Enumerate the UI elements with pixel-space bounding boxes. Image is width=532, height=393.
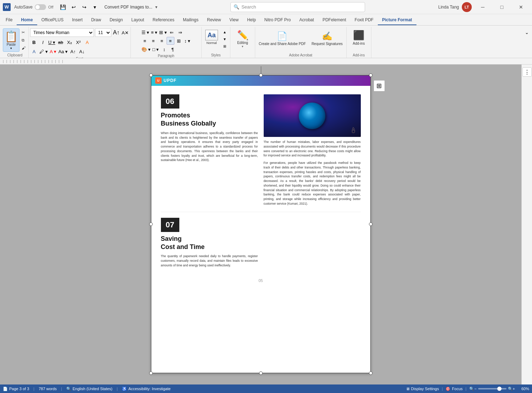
handle-tl[interactable] [149, 73, 153, 77]
increase-indent-button[interactable]: ⇒ [177, 28, 184, 36]
avatar[interactable]: LT [462, 2, 472, 12]
tab-acrobat[interactable]: Acrobat [295, 15, 318, 25]
show-formatting-button[interactable]: ¶ [169, 45, 177, 53]
highlight-button[interactable]: 🖊 ▾ [39, 48, 48, 55]
grow-font-button[interactable]: A↑ [69, 48, 77, 55]
numbering-button[interactable]: ≡ ▾ [150, 28, 158, 36]
handle-br[interactable] [369, 371, 373, 375]
font-row-2: B I U ▾ ab X₂ X² A [30, 38, 91, 46]
font-name-select[interactable]: Times New Roman [30, 28, 94, 37]
tab-review[interactable]: Review [203, 15, 225, 25]
ribbon-group-paragraph: ☰ ▾ ≡ ▾ ⊞ ▾ ⇐ ⇒ ≡ ≡ ≡ ≡ ⊞ ↕ ▾ 🎨 ▾ □ ▾ ↕ … [131, 27, 202, 58]
handle-tm[interactable] [259, 73, 263, 77]
tab-view[interactable]: View [225, 15, 243, 25]
handle-ml[interactable] [149, 222, 153, 226]
search-box[interactable]: 🔍 Search [230, 2, 365, 12]
tab-layout[interactable]: Layout [127, 15, 149, 25]
word-count[interactable]: 787 words [39, 387, 57, 391]
addins-button[interactable]: ⬛ Add-ins [350, 28, 368, 47]
language[interactable]: 🔍 English (United States) [66, 387, 113, 391]
underline-button[interactable]: U ▾ [48, 38, 56, 46]
tab-home[interactable]: Home [17, 15, 37, 25]
bold-button[interactable]: B [30, 38, 38, 46]
italic-button[interactable]: I [39, 38, 47, 46]
more-commands-button[interactable]: ▾ [90, 2, 100, 12]
tab-foxit[interactable]: Foxit PDF [351, 15, 378, 25]
text-effects-button[interactable]: A [83, 38, 91, 46]
handle-tr[interactable] [369, 73, 373, 77]
editing-dropdown[interactable]: ▾ [242, 45, 243, 48]
maximize-button[interactable]: □ [494, 2, 510, 12]
tab-mailings[interactable]: Mailings [179, 15, 203, 25]
format-painter-button[interactable]: 🖌 [20, 44, 27, 52]
zoom-slider[interactable] [478, 388, 506, 389]
shrink-font-button[interactable]: A↓ [78, 48, 86, 55]
align-right-button[interactable]: ≡ [158, 37, 166, 45]
zoom-in-icon[interactable]: 🔍+ [508, 387, 515, 391]
cut-button[interactable]: ✂ [20, 28, 27, 36]
signature-icon: ✍️ [322, 31, 332, 41]
document-area[interactable]: U UPDF 06 Promotes Business Globally [0, 65, 521, 384]
borders-button[interactable]: □ ▾ [152, 45, 159, 53]
line-spacing-button[interactable]: ↕ ▾ [184, 37, 191, 45]
handle-bm[interactable] [259, 371, 263, 375]
zoom-controls[interactable]: 🔍− 🔍+ [469, 387, 515, 391]
tab-pdfelement[interactable]: PDFelement [318, 15, 351, 25]
tab-officeplus[interactable]: OfficePLUS [37, 15, 68, 25]
font-size-select[interactable]: 11 [95, 28, 111, 37]
ribbon-expand[interactable]: ⌄ [523, 27, 531, 58]
distributed-button[interactable]: ⊞ [175, 37, 183, 45]
superscript-button[interactable]: X² [74, 38, 82, 46]
accessibility[interactable]: ♿ Accessibility: Investigate [122, 387, 170, 391]
paste-button[interactable]: 📋 Paste ▾ [3, 28, 19, 52]
tab-references[interactable]: References [149, 15, 179, 25]
tab-file[interactable]: File [1, 15, 17, 25]
styles-expand[interactable]: ⊞ [221, 43, 229, 50]
styles-gallery[interactable]: Aa Normal [203, 28, 220, 46]
save-button[interactable]: 💾 [58, 2, 68, 12]
autosave-toggle[interactable] [35, 4, 46, 10]
shading-button[interactable]: 🎨 ▾ [141, 45, 151, 53]
multilevel-button[interactable]: ⊞ ▾ [159, 28, 167, 36]
sort-button[interactable]: ↕ [160, 45, 168, 53]
increase-font-button[interactable]: A↑ [112, 29, 120, 37]
handle-mr[interactable] [369, 222, 373, 226]
clear-format-button[interactable]: A✕ [121, 29, 129, 37]
close-button[interactable]: ✕ [513, 2, 529, 12]
tab-insert[interactable]: Insert [68, 15, 87, 25]
request-signatures-button[interactable]: ✍️ Request Signatures [309, 30, 345, 48]
align-center-button[interactable]: ≡ [150, 37, 157, 45]
tab-design[interactable]: Design [105, 15, 127, 25]
redo-button[interactable]: ↪ [80, 2, 89, 12]
justify-button[interactable]: ≡ [167, 37, 174, 45]
minimize-button[interactable]: ─ [475, 2, 491, 12]
zoom-out-icon[interactable]: 🔍− [469, 387, 476, 391]
undo-button[interactable]: ↩ [69, 2, 78, 12]
right-panel-button[interactable]: ⋮ [522, 67, 532, 77]
editing-button[interactable]: ✏️ Editing ▾ [235, 28, 251, 50]
strikethrough-button[interactable]: ab [57, 38, 65, 46]
subscript-button[interactable]: X₂ [66, 38, 73, 46]
text-color-button[interactable]: A ▾ [49, 48, 57, 55]
create-share-pdf-button[interactable]: 📄 Create and Share Adobe PDF [257, 30, 308, 48]
bullets-button[interactable]: ☰ ▾ [141, 28, 150, 36]
paste-dropdown[interactable]: ▾ [10, 46, 12, 50]
autosave-label: AutoSave [14, 5, 33, 10]
display-settings[interactable]: 🖥 Display Settings [406, 387, 439, 391]
focus-button[interactable]: 🎯 Focus [446, 387, 463, 391]
layout-options-button[interactable]: ⊞ [374, 80, 385, 92]
handle-bl[interactable] [149, 371, 153, 375]
tab-pictureformat[interactable]: Picture Format [378, 15, 416, 25]
tab-help[interactable]: Help [243, 15, 260, 25]
copy-button[interactable]: ⧉ [20, 36, 27, 44]
change-case-button[interactable]: Aa ▾ [58, 48, 68, 55]
decrease-indent-button[interactable]: ⇐ [168, 28, 176, 36]
tab-nitro[interactable]: Nitro PDF Pro [260, 15, 295, 25]
font-color-button[interactable]: A [30, 48, 38, 55]
expand-ribbon-button[interactable]: ⌄ [523, 28, 531, 36]
align-left-button[interactable]: ≡ [141, 37, 149, 45]
styles-down[interactable]: ▼ [221, 35, 229, 43]
page-info[interactable]: 📄 Page 3 of 3 [3, 387, 29, 391]
tab-draw[interactable]: Draw [87, 15, 105, 25]
styles-up[interactable]: ▲ [221, 28, 229, 35]
